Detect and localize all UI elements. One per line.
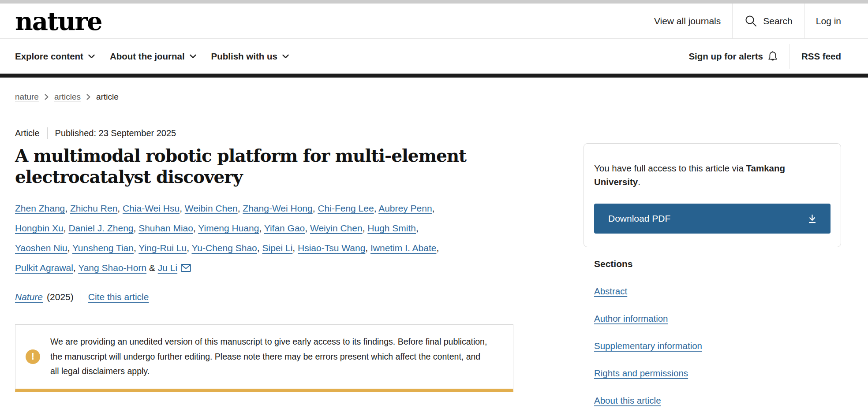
sections-title: Sections: [594, 259, 841, 269]
primary-nav: Explore contentAbout the journalPublish …: [0, 39, 868, 74]
author-list: Zhen Zhang, Zhichu Ren, Chia-Wei Hsu, We…: [15, 198, 513, 279]
signup-alerts-label: Sign up for alerts: [688, 51, 763, 62]
author-separator: ,: [180, 203, 185, 213]
search-button[interactable]: Search: [733, 4, 804, 38]
author-link[interactable]: Yaoshen Niu: [15, 243, 67, 253]
journal-meta: Nature (2025) Cite this article: [15, 290, 513, 304]
author-separator: ,: [363, 223, 368, 233]
author-separator: ,: [257, 243, 262, 253]
header-divider: [804, 4, 805, 38]
author-link[interactable]: Pulkit Agrawal: [15, 263, 73, 273]
author-separator: &: [146, 263, 158, 273]
signup-alerts-link[interactable]: Sign up for alerts: [688, 51, 778, 62]
section-link-abstract[interactable]: Abstract: [594, 286, 627, 297]
author-link[interactable]: Zhen Zhang: [15, 203, 65, 213]
author-link[interactable]: Hugh Smith: [367, 223, 416, 233]
login-link[interactable]: Log in: [816, 4, 841, 38]
access-message: You have full access to this article via…: [594, 161, 831, 189]
published-date: Published: 23 September 2025: [55, 128, 176, 138]
breadcrumb-nature[interactable]: nature: [15, 92, 39, 102]
browser-top-strip: [0, 0, 868, 4]
author-link[interactable]: Chi-Feng Lee: [318, 203, 374, 213]
author-link[interactable]: Weibin Chen: [185, 203, 238, 213]
author-link[interactable]: Yunsheng Tian: [72, 243, 134, 253]
author-link[interactable]: Weiyin Chen: [310, 223, 363, 233]
nav-menu: Explore contentAbout the journalPublish …: [15, 51, 289, 62]
nav-item-label: Explore content: [15, 51, 83, 62]
author-link[interactable]: Chia-Wei Hsu: [123, 203, 180, 213]
chevron-right-icon: [45, 94, 49, 100]
search-label: Search: [763, 16, 793, 26]
author-separator: ,: [305, 223, 310, 233]
breadcrumb-articles[interactable]: articles: [54, 92, 81, 102]
chevron-right-icon: [86, 94, 90, 100]
author-separator: ,: [416, 223, 419, 233]
nav-item-explore-content[interactable]: Explore content: [15, 51, 95, 62]
author-separator: ,: [187, 243, 191, 253]
page-title: A multimodal robotic platform for multi-…: [15, 145, 491, 187]
author-link[interactable]: Yimeng Huang: [198, 223, 259, 233]
author-link[interactable]: Iwnetim I. Abate: [370, 243, 436, 253]
access-prefix: You have full access to this article via: [594, 163, 746, 173]
sidebar: You have full access to this article via…: [584, 143, 841, 406]
author-separator: ,: [134, 223, 139, 233]
author-separator: ,: [67, 243, 72, 253]
section-link-rights-and-permissions[interactable]: Rights and permissions: [594, 368, 688, 379]
article-column: naturearticlesarticle Article Published:…: [15, 92, 513, 392]
author-separator: ,: [65, 203, 70, 213]
site-header: nature View all journals Search Log in: [0, 4, 868, 39]
rss-feed-link[interactable]: RSS feed: [801, 51, 841, 62]
author-link[interactable]: Yu-Cheng Shao: [192, 243, 257, 253]
section-link-author-information[interactable]: Author information: [594, 313, 668, 324]
author-link[interactable]: Zhang-Wei Hong: [243, 203, 312, 213]
author-link[interactable]: Aubrey Penn: [378, 203, 432, 213]
cite-this-article-link[interactable]: Cite this article: [88, 292, 149, 302]
page-content: naturearticlesarticle Article Published:…: [0, 92, 868, 392]
chevron-down-icon: [282, 54, 289, 59]
corresponding-author-email-link[interactable]: [181, 259, 191, 279]
author-link[interactable]: Ju Li: [158, 263, 177, 273]
author-link[interactable]: Zhichu Ren: [70, 203, 117, 213]
section-link-about-this-article[interactable]: About this article: [594, 395, 661, 406]
nav-utilities: Sign up for alerts RSS feed: [688, 44, 841, 69]
manuscript-notice: ! We are providing an unedited version o…: [15, 324, 513, 392]
author-separator: ,: [292, 243, 298, 253]
chevron-down-icon: [190, 54, 196, 59]
journal-color-bar: [0, 74, 868, 78]
nav-divider: [789, 44, 789, 69]
breadcrumb: naturearticlesarticle: [15, 92, 513, 102]
author-separator: ,: [313, 203, 318, 213]
author-link[interactable]: Daniel J. Zheng: [68, 223, 133, 233]
view-all-journals-link[interactable]: View all journals: [654, 4, 721, 38]
access-suffix: .: [638, 177, 640, 187]
author-separator: ,: [365, 243, 370, 253]
download-pdf-button[interactable]: Download PDF: [594, 204, 831, 234]
nav-item-about-the-journal[interactable]: About the journal: [110, 51, 196, 62]
meta-divider: [81, 290, 81, 304]
author-separator: ,: [134, 243, 138, 253]
section-links: AbstractAuthor informationSupplementary …: [594, 286, 841, 406]
author-link[interactable]: Hongbin Xu: [15, 223, 64, 233]
author-link[interactable]: Hsiao-Tsu Wang: [298, 243, 365, 253]
author-link[interactable]: Ying-Rui Lu: [138, 243, 187, 253]
author-link[interactable]: Sipei Li: [262, 243, 292, 253]
notice-icon-wrap: !: [15, 349, 50, 364]
header-links: View all journals Search Log in: [654, 4, 841, 38]
warning-icon: !: [26, 349, 40, 364]
chevron-down-icon: [88, 54, 95, 59]
download-icon: [807, 214, 817, 224]
author-separator: ,: [436, 243, 439, 253]
author-link[interactable]: Shuhan Miao: [138, 223, 193, 233]
nav-item-publish-with-us[interactable]: Publish with us: [211, 51, 289, 62]
nature-logo[interactable]: nature: [15, 9, 102, 33]
nav-item-label: Publish with us: [211, 51, 277, 62]
breadcrumb-article: article: [96, 92, 119, 102]
bell-icon: [768, 51, 778, 62]
section-link-supplementary-information[interactable]: Supplementary information: [594, 341, 702, 351]
author-link[interactable]: Yang Shao-Horn: [78, 263, 146, 273]
article-meta: Article Published: 23 September 2025: [15, 127, 513, 139]
author-separator: ,: [193, 223, 198, 233]
author-separator: ,: [259, 223, 264, 233]
author-link[interactable]: Yifan Gao: [264, 223, 305, 233]
journal-link[interactable]: Nature: [15, 292, 43, 302]
